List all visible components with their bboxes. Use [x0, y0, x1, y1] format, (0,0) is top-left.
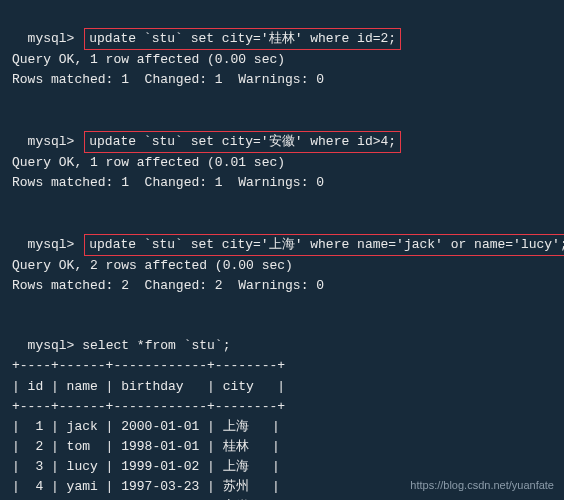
sql-highlight-2: update `stu` set city='安徽' where id>4; [84, 131, 401, 153]
mysql-prompt: mysql> [28, 31, 75, 46]
cmd-block-1: mysql> update `stu` set city='桂林' where … [12, 8, 552, 50]
sql-highlight-1: update `stu` set city='桂林' where id=2; [84, 28, 401, 50]
select-block: mysql> select *from `stu`; [12, 316, 552, 356]
table-border-mid: +----+------+------------+--------+ [12, 397, 552, 417]
mysql-prompt: mysql> [28, 338, 75, 353]
match-line-3: Rows matched: 2 Changed: 2 Warnings: 0 [12, 276, 552, 296]
cmd-block-2: mysql> update `stu` set city='安徽' where … [12, 111, 552, 153]
result-line-1: Query OK, 1 row affected (0.00 sec) [12, 50, 552, 70]
table-row: | 1 | jack | 2000-01-01 | 上海 | [12, 417, 552, 437]
table-header: | id | name | birthday | city | [12, 377, 552, 397]
table-row: | 2 | tom | 1998-01-01 | 桂林 | [12, 437, 552, 457]
result-line-3: Query OK, 2 rows affected (0.00 sec) [12, 256, 552, 276]
table-row: | 3 | lucy | 1999-01-02 | 上海 | [12, 457, 552, 477]
cmd-block-3: mysql> update `stu` set city='上海' where … [12, 213, 552, 255]
watermark: https://blog.csdn.net/yuanfate [410, 477, 554, 494]
mysql-prompt: mysql> [28, 134, 75, 149]
table-border-top: +----+------+------------+--------+ [12, 356, 552, 376]
mysql-prompt: mysql> [28, 237, 75, 252]
match-line-1: Rows matched: 1 Changed: 1 Warnings: 0 [12, 70, 552, 90]
select-sql: select *from `stu`; [74, 338, 230, 353]
sql-highlight-3: update `stu` set city='上海' where name='j… [84, 234, 564, 256]
match-line-2: Rows matched: 1 Changed: 1 Warnings: 0 [12, 173, 552, 193]
result-line-2: Query OK, 1 row affected (0.01 sec) [12, 153, 552, 173]
